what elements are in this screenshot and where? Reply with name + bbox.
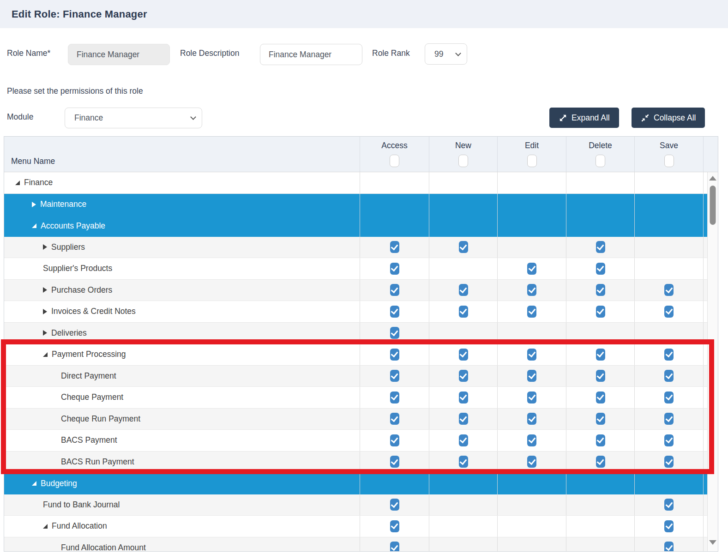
tree-node-direct-payment[interactable]: Direct Payment [4, 366, 360, 387]
checkbox-checked[interactable] [459, 370, 468, 382]
permission-cell-delete[interactable] [566, 494, 634, 516]
checkbox-checked[interactable] [390, 370, 399, 382]
tree-node-deliveries[interactable]: Deliveries [4, 323, 360, 344]
permission-cell-delete[interactable] [566, 258, 634, 279]
checkbox-checked[interactable] [596, 413, 605, 425]
permission-cell-access[interactable] [360, 344, 429, 365]
checkbox-checked[interactable] [596, 434, 605, 446]
permission-cell-save[interactable] [634, 172, 703, 193]
tree-node-finance[interactable]: Finance [4, 172, 360, 193]
tree-node-fund-allocation-amount[interactable]: Fund Allocation Amount [4, 537, 360, 552]
permission-cell-new[interactable] [429, 452, 497, 473]
checkbox-checked[interactable] [390, 263, 399, 275]
permission-cell-access[interactable] [360, 516, 429, 537]
permission-cell-access[interactable] [360, 409, 429, 430]
tree-collapsed-icon[interactable] [43, 244, 47, 250]
permission-cell-delete[interactable] [566, 344, 634, 365]
permission-cell-new[interactable] [429, 301, 497, 322]
checkbox-checked[interactable] [664, 370, 674, 382]
permission-cell-delete[interactable] [566, 301, 634, 322]
permission-cell-new[interactable] [429, 323, 497, 344]
permission-cell-delete[interactable] [566, 537, 634, 552]
permission-cell-edit[interactable] [497, 537, 566, 552]
permission-cell-edit[interactable] [497, 387, 566, 408]
permission-cell-save[interactable] [634, 344, 703, 365]
module-select[interactable]: Finance [65, 108, 202, 128]
checkbox-checked[interactable] [664, 391, 674, 403]
checkbox-checked[interactable] [596, 284, 605, 296]
checkbox-checked[interactable] [527, 306, 536, 318]
checkbox-checked[interactable] [596, 391, 605, 403]
permission-cell-delete[interactable] [566, 172, 634, 193]
checkbox-checked[interactable] [527, 391, 536, 403]
tree-node-supplier-s-products[interactable]: Supplier's Products [4, 258, 360, 279]
permission-cell-new[interactable] [429, 237, 497, 258]
role-rank-select[interactable]: 99 [425, 43, 467, 65]
permission-cell-save[interactable] [634, 258, 703, 279]
permission-cell-new[interactable] [429, 516, 497, 537]
permission-cell-edit[interactable] [497, 409, 566, 430]
tree-node-accounts-payable[interactable]: Accounts Payable [4, 215, 360, 237]
checkbox-checked[interactable] [664, 306, 674, 318]
permission-cell-delete[interactable] [566, 430, 634, 451]
permission-cell-delete[interactable] [566, 280, 634, 301]
tree-collapsed-icon[interactable] [43, 309, 47, 314]
checkbox-checked[interactable] [527, 413, 536, 425]
tree-node-bacs-run-payment[interactable]: BACS Run Payment [4, 452, 360, 473]
permission-cell-save[interactable] [634, 301, 703, 322]
checkbox-checked[interactable] [390, 456, 399, 468]
checkbox-checked[interactable] [527, 370, 536, 382]
checkbox-checked[interactable] [527, 263, 536, 275]
permission-cell-new[interactable] [429, 366, 497, 387]
tree-collapsed-icon[interactable] [43, 330, 47, 336]
tree-collapsed-icon[interactable] [32, 202, 36, 207]
permission-cell-save[interactable] [634, 280, 703, 301]
tree-node-cheque-run-payment[interactable]: Cheque Run Payment [4, 409, 360, 430]
scrollbar-thumb[interactable] [710, 186, 716, 225]
checkbox-checked[interactable] [390, 520, 399, 532]
permission-cell-edit[interactable] [497, 172, 566, 193]
checkbox-checked[interactable] [596, 370, 605, 382]
permission-cell-delete[interactable] [566, 516, 634, 537]
checkbox-checked[interactable] [459, 456, 468, 468]
collapse-all-button[interactable]: Collapse All [632, 108, 705, 128]
permission-cell-edit[interactable] [497, 516, 566, 537]
checkbox-checked[interactable] [664, 413, 674, 425]
checkbox-checked[interactable] [664, 520, 674, 532]
permission-cell-delete[interactable] [566, 409, 634, 430]
permission-cell-save[interactable] [634, 366, 703, 387]
tree-node-budgeting[interactable]: Budgeting [4, 473, 360, 494]
permission-cell-save[interactable] [634, 452, 703, 473]
checkbox-checked[interactable] [459, 349, 468, 361]
checkbox-checked[interactable] [390, 391, 399, 403]
permission-cell-save[interactable] [634, 516, 703, 537]
permission-cell-access[interactable] [360, 452, 429, 473]
checkbox-checked[interactable] [390, 542, 399, 552]
checkbox-checked[interactable] [459, 391, 468, 403]
tree-expanded-icon[interactable] [32, 481, 36, 486]
checkbox-checked[interactable] [664, 284, 674, 296]
permission-cell-new[interactable] [429, 258, 497, 279]
checkbox-checked[interactable] [664, 542, 674, 552]
checkbox-checked[interactable] [390, 413, 399, 425]
checkbox-checked[interactable] [390, 327, 399, 339]
permission-cell-access[interactable] [360, 387, 429, 408]
checkbox-checked[interactable] [596, 456, 605, 468]
permission-cell-edit[interactable] [497, 344, 566, 365]
select-all-delete-checkbox[interactable] [596, 155, 605, 167]
checkbox-checked[interactable] [596, 349, 605, 361]
permission-cell-new[interactable] [429, 387, 497, 408]
checkbox-checked[interactable] [459, 306, 468, 318]
checkbox-checked[interactable] [527, 284, 536, 296]
role-name-field[interactable] [68, 44, 170, 65]
checkbox-checked[interactable] [459, 284, 468, 296]
permission-cell-access[interactable] [360, 301, 429, 322]
tree-expanded-icon[interactable] [43, 524, 48, 529]
tree-node-fund-to-bank-journal[interactable]: Fund to Bank Journal [4, 494, 360, 516]
permission-cell-edit[interactable] [497, 237, 566, 258]
checkbox-checked[interactable] [390, 241, 399, 253]
tree-node-cheque-payment[interactable]: Cheque Payment [4, 387, 360, 408]
permission-cell-access[interactable] [360, 258, 429, 279]
permission-cell-delete[interactable] [566, 237, 634, 258]
permission-cell-new[interactable] [429, 344, 497, 365]
